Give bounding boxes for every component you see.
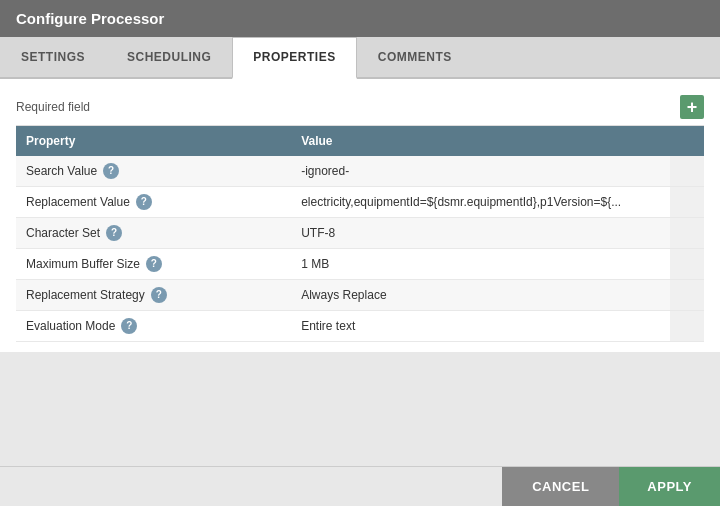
row-action-cell bbox=[670, 156, 704, 187]
tab-scheduling[interactable]: SCHEDULING bbox=[106, 37, 232, 77]
table-row: Search Value?-ignored- bbox=[16, 156, 704, 187]
tab-settings[interactable]: SETTINGS bbox=[0, 37, 106, 77]
tab-bar: SETTINGS SCHEDULING PROPERTIES COMMENTS bbox=[0, 37, 720, 79]
required-field-row: Required field + bbox=[16, 89, 704, 126]
property-cell: Evaluation Mode? bbox=[16, 311, 291, 342]
table-row: Replacement Value?electricity,equipmentI… bbox=[16, 187, 704, 218]
value-cell[interactable]: Entire text bbox=[291, 311, 669, 342]
value-cell[interactable]: Always Replace bbox=[291, 280, 669, 311]
footer: CANCEL APPLY bbox=[0, 466, 720, 506]
value-cell[interactable]: 1 MB bbox=[291, 249, 669, 280]
help-icon[interactable]: ? bbox=[136, 194, 152, 210]
table-row: Replacement Strategy?Always Replace bbox=[16, 280, 704, 311]
property-name: Character Set bbox=[26, 226, 100, 240]
page-title: Configure Processor bbox=[16, 10, 164, 27]
value-cell[interactable]: electricity,equipmentId=${dsmr.equipment… bbox=[291, 187, 669, 218]
apply-button[interactable]: APPLY bbox=[619, 467, 720, 506]
row-action-cell bbox=[670, 218, 704, 249]
value-column-header: Value bbox=[291, 126, 669, 156]
row-action-cell bbox=[670, 187, 704, 218]
property-cell: Maximum Buffer Size? bbox=[16, 249, 291, 280]
properties-table: Property Value Search Value?-ignored-Rep… bbox=[16, 126, 704, 342]
help-icon[interactable]: ? bbox=[121, 318, 137, 334]
help-icon[interactable]: ? bbox=[103, 163, 119, 179]
property-column-header: Property bbox=[16, 126, 291, 156]
property-name: Search Value bbox=[26, 164, 97, 178]
property-cell: Replacement Strategy? bbox=[16, 280, 291, 311]
property-cell: Search Value? bbox=[16, 156, 291, 187]
help-icon[interactable]: ? bbox=[151, 287, 167, 303]
property-name: Replacement Strategy bbox=[26, 288, 145, 302]
tab-properties[interactable]: PROPERTIES bbox=[232, 37, 356, 79]
content-area: Required field + Property Value Search V… bbox=[0, 79, 720, 352]
table-row: Maximum Buffer Size?1 MB bbox=[16, 249, 704, 280]
property-name: Replacement Value bbox=[26, 195, 130, 209]
help-icon[interactable]: ? bbox=[146, 256, 162, 272]
action-column-header bbox=[670, 126, 704, 156]
tab-comments[interactable]: COMMENTS bbox=[357, 37, 473, 77]
value-cell[interactable]: UTF-8 bbox=[291, 218, 669, 249]
table-header-row: Property Value bbox=[16, 126, 704, 156]
add-property-button[interactable]: + bbox=[680, 95, 704, 119]
required-field-label: Required field bbox=[16, 100, 90, 114]
table-row: Character Set?UTF-8 bbox=[16, 218, 704, 249]
value-cell[interactable]: -ignored- bbox=[291, 156, 669, 187]
property-name: Maximum Buffer Size bbox=[26, 257, 140, 271]
property-cell: Replacement Value? bbox=[16, 187, 291, 218]
property-cell: Character Set? bbox=[16, 218, 291, 249]
row-action-cell bbox=[670, 249, 704, 280]
row-action-cell bbox=[670, 280, 704, 311]
table-row: Evaluation Mode?Entire text bbox=[16, 311, 704, 342]
cancel-button[interactable]: CANCEL bbox=[502, 467, 619, 506]
row-action-cell bbox=[670, 311, 704, 342]
title-bar: Configure Processor bbox=[0, 0, 720, 37]
help-icon[interactable]: ? bbox=[106, 225, 122, 241]
property-name: Evaluation Mode bbox=[26, 319, 115, 333]
